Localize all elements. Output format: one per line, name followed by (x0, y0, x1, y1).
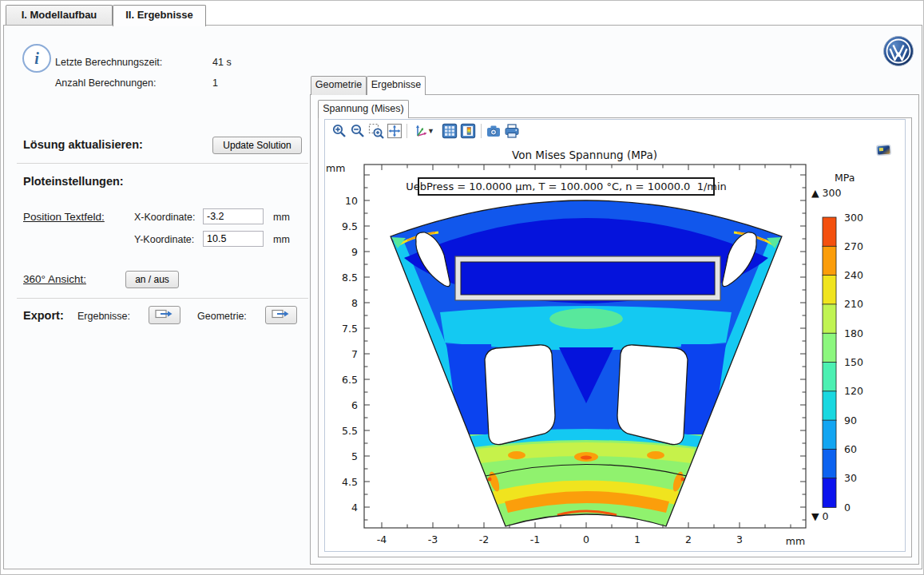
svg-text:5.5: 5.5 (342, 425, 358, 437)
svg-text:-4: -4 (377, 533, 387, 545)
svg-text:30: 30 (844, 472, 857, 484)
toolbar-separator (406, 124, 407, 138)
divider (17, 298, 308, 299)
svg-text:90: 90 (844, 414, 857, 426)
stress-plot-canvas[interactable]: UebPress = 10.0000 µm, T = 100.000 °C, n… (325, 141, 906, 552)
snapshot-icon[interactable] (485, 122, 503, 140)
export-results-label: Ergebnisse: (77, 311, 130, 322)
color-legend-icon[interactable] (459, 122, 478, 140)
colorbar: 3002702402101801501209060300 (823, 212, 863, 514)
svg-text:10: 10 (345, 195, 358, 207)
plot-window-icon[interactable] (874, 144, 894, 158)
zoom-extents-icon[interactable] (385, 122, 403, 140)
svg-text:3: 3 (736, 533, 743, 545)
view-360-toggle-button[interactable]: an / aus (125, 271, 179, 288)
application-window: I. Modellaufbau II. Ergebnisse i Letzte … (0, 0, 924, 575)
tab-modellaufbau[interactable]: I. Modellaufbau (6, 5, 113, 26)
svg-text:300: 300 (844, 212, 863, 224)
x-unit-label: mm (273, 212, 290, 223)
computation-count-label: Anzahl Berechnungen: (55, 77, 156, 89)
svg-text:1: 1 (634, 533, 640, 545)
svg-text:9.5: 9.5 (342, 220, 358, 232)
vw-logo (882, 35, 914, 67)
svg-text:8.5: 8.5 (342, 272, 358, 284)
subtab-geometrie[interactable]: Geometrie (311, 76, 367, 95)
tab-spannung-mises[interactable]: Spannung (Mises) (318, 100, 409, 118)
export-icon (155, 308, 174, 320)
print-icon[interactable] (503, 122, 521, 140)
svg-text:210: 210 (844, 298, 863, 310)
zoom-in-icon[interactable] (330, 122, 348, 140)
svg-text:0: 0 (583, 533, 589, 545)
svg-text:2: 2 (685, 533, 692, 545)
position-textfield-label: Position Textfeld: (23, 211, 105, 223)
plot-settings-heading: Ploteinstellungen: (23, 175, 124, 188)
svg-text:7.5: 7.5 (342, 323, 358, 335)
export-heading: Export: (23, 309, 64, 322)
zoom-box-icon[interactable] (367, 122, 385, 140)
export-geometry-label: Geometrie: (197, 311, 247, 322)
svg-text:180: 180 (844, 327, 863, 339)
update-solution-button[interactable]: Update Solution (212, 137, 302, 154)
divider (17, 163, 308, 164)
svg-text:8: 8 (351, 297, 358, 309)
update-solution-heading: Lösung aktualisieren: (23, 138, 143, 151)
y-coordinate-label: Y-Koordinate: (134, 234, 194, 245)
plot-title: Von Mises Spannung (MPa) (512, 149, 657, 161)
x-coordinate-input[interactable] (203, 208, 264, 224)
svg-text:0: 0 (844, 502, 851, 514)
annotation-text: UebPress = 10.0000 µm, T = 100.000 °C, n… (406, 180, 727, 192)
view-orientation-dropdown-caret[interactable]: ▼ (427, 127, 434, 135)
view-orientation-icon[interactable] (410, 122, 429, 140)
x-coordinate-label: X-Koordinate: (134, 212, 195, 223)
x-axis-unit: mm (786, 535, 805, 547)
y-unit-label: mm (273, 234, 290, 245)
svg-text:5: 5 (351, 450, 358, 462)
svg-text:60: 60 (844, 443, 857, 455)
svg-text:-2: -2 (479, 533, 489, 545)
colorbar-min-marker: ▼ 0 (811, 510, 829, 522)
svg-text:-3: -3 (428, 533, 438, 545)
colorbar-max-marker: ▲ 300 (811, 187, 841, 199)
tab-ergebnisse[interactable]: II. Ergebnisse (113, 5, 206, 26)
svg-text:4: 4 (351, 502, 358, 514)
export-geometry-button[interactable] (265, 306, 297, 324)
svg-text:9: 9 (351, 246, 358, 258)
export-results-button[interactable] (149, 306, 180, 324)
y-coordinate-input[interactable] (203, 231, 264, 247)
export-icon (272, 308, 291, 320)
svg-text:6.5: 6.5 (342, 374, 358, 386)
colorbar-unit: MPa (835, 172, 855, 184)
svg-text:120: 120 (844, 385, 863, 397)
svg-text:6: 6 (351, 399, 358, 411)
svg-text:-1: -1 (530, 533, 540, 545)
magnet (461, 262, 715, 295)
last-computation-value: 41 s (212, 57, 232, 68)
zoom-out-icon[interactable] (348, 122, 367, 140)
svg-text:150: 150 (844, 356, 863, 368)
svg-text:4.5: 4.5 (342, 476, 358, 488)
view-360-label: 360° Ansicht: (23, 273, 86, 285)
last-computation-label: Letzte Berechnungszeit: (55, 57, 162, 68)
svg-text:7: 7 (351, 348, 358, 360)
y-axis-unit: mm (326, 162, 345, 174)
computation-count-value: 1 (212, 77, 218, 89)
grid-icon[interactable] (441, 122, 459, 140)
svg-text:270: 270 (844, 240, 863, 252)
flux-barrier-hole (617, 345, 688, 445)
info-icon: i (22, 44, 51, 73)
toolbar-separator (481, 124, 482, 138)
svg-text:240: 240 (844, 269, 863, 281)
flux-barrier-hole (485, 345, 555, 445)
subtab-ergebnisse[interactable]: Ergebnisse (367, 76, 426, 95)
